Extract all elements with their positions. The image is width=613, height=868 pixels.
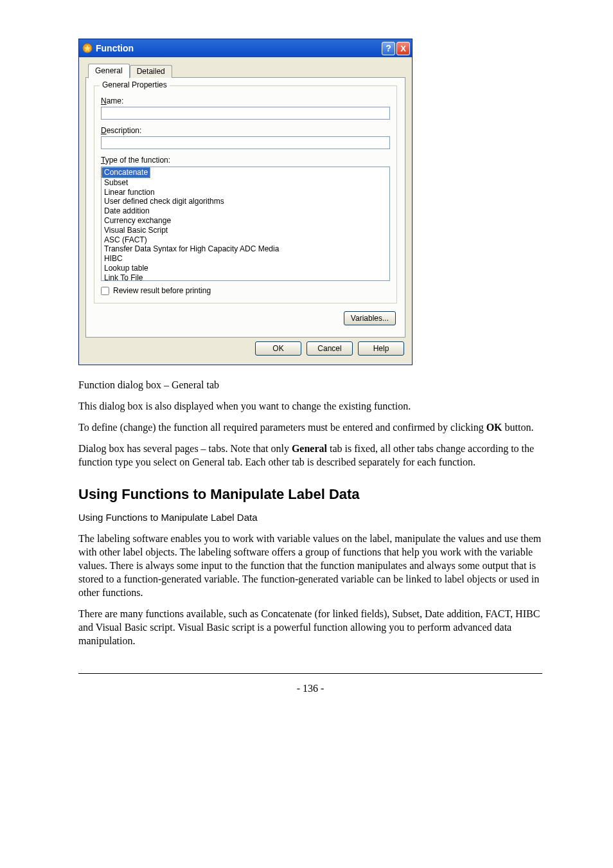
section-heading: Using Functions to Manipulate Label Data	[78, 486, 542, 503]
footer-rule	[78, 673, 542, 674]
dialog-title: Function	[96, 43, 382, 53]
list-item[interactable]: Transfer Data Syntax for High Capacity A…	[102, 244, 389, 254]
list-item[interactable]: Currency exchange	[102, 216, 389, 226]
description-field[interactable]	[101, 136, 390, 149]
titlebar: Function ? X	[79, 39, 412, 57]
section-subheading: Using Functions to Manipulate Label Data	[78, 512, 542, 523]
paragraph: There are many functions available, such…	[78, 607, 542, 647]
list-item[interactable]: Lookup table	[102, 264, 389, 273]
help-button[interactable]: Help	[358, 341, 404, 356]
list-item[interactable]: Linear function	[102, 188, 389, 197]
variables-button[interactable]: Variables...	[344, 311, 396, 325]
list-item[interactable]: Link To File	[102, 273, 389, 281]
tab-detailed[interactable]: Detailed	[130, 65, 172, 78]
paragraph: This dialog box is also displayed when y…	[78, 399, 542, 413]
paragraph: Dialog box has several pages – tabs. Not…	[78, 442, 542, 469]
list-item[interactable]: ASC (FACT)	[102, 235, 389, 245]
help-icon[interactable]: ?	[382, 42, 395, 55]
list-item[interactable]: Subset	[102, 178, 389, 188]
paragraph: The labeling software enables you to wor…	[78, 532, 542, 600]
description-label: Description:	[101, 126, 390, 135]
paragraph: To define (change) the function all requ…	[78, 420, 542, 434]
page-number: - 136 -	[78, 683, 542, 694]
tab-general[interactable]: General	[88, 64, 130, 78]
function-type-listbox[interactable]: ConcatenateSubsetLinear functionUser def…	[101, 167, 390, 281]
list-item[interactable]: User defined check digit algorithms	[102, 197, 389, 206]
review-checkbox[interactable]	[101, 287, 109, 295]
function-dialog: Function ? X General Detailed General Pr…	[78, 39, 413, 365]
figure-caption: Function dialog box – General tab	[78, 378, 542, 392]
tabs: General Detailed	[88, 64, 405, 78]
app-icon	[82, 43, 93, 53]
close-icon[interactable]: X	[396, 42, 410, 55]
cancel-button[interactable]: Cancel	[306, 341, 353, 356]
ok-button[interactable]: OK	[255, 341, 301, 356]
type-label: Type of the function:	[101, 156, 390, 165]
review-checkbox-label: Review result before printing	[113, 286, 211, 295]
group-legend: General Properties	[100, 80, 170, 89]
list-item[interactable]: Date addition	[102, 206, 389, 216]
name-field[interactable]	[101, 107, 390, 120]
group-general-properties: General Properties Name: Description: Ty…	[94, 86, 397, 303]
list-item[interactable]: Visual Basic Script	[102, 226, 389, 235]
list-item[interactable]: HIBC	[102, 254, 389, 264]
list-item[interactable]: Concatenate	[102, 167, 150, 178]
tabpanel-general: General Properties Name: Description: Ty…	[85, 77, 405, 338]
name-label: Name:	[101, 96, 390, 105]
